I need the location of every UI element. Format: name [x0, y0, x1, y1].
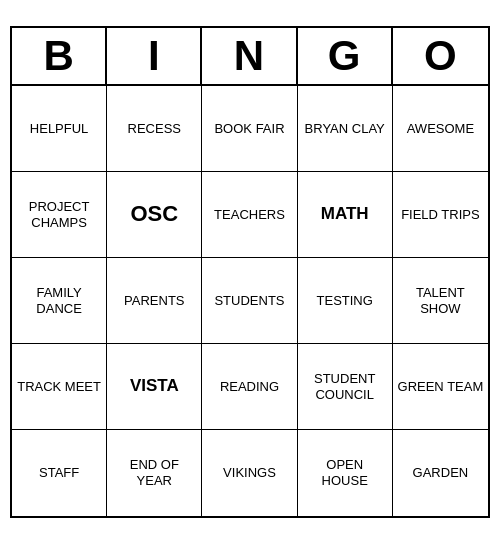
bingo-cell: PROJECT CHAMPS [12, 172, 107, 258]
bingo-cell: STUDENT COUNCIL [298, 344, 393, 430]
bingo-cell: END OF YEAR [107, 430, 202, 516]
bingo-cell: TEACHERS [202, 172, 297, 258]
header-letter: N [202, 28, 297, 84]
bingo-header: BINGO [12, 28, 488, 86]
bingo-cell: GREEN TEAM [393, 344, 488, 430]
bingo-cell: GARDEN [393, 430, 488, 516]
header-letter: I [107, 28, 202, 84]
bingo-cell: VIKINGS [202, 430, 297, 516]
bingo-cell: VISTA [107, 344, 202, 430]
bingo-cell: TRACK MEET [12, 344, 107, 430]
bingo-cell: AWESOME [393, 86, 488, 172]
bingo-cell: RECESS [107, 86, 202, 172]
bingo-cell: READING [202, 344, 297, 430]
bingo-cell: BOOK FAIR [202, 86, 297, 172]
bingo-cell: OPEN HOUSE [298, 430, 393, 516]
bingo-cell: HELPFUL [12, 86, 107, 172]
bingo-cell: TESTING [298, 258, 393, 344]
bingo-cell: STUDENTS [202, 258, 297, 344]
bingo-cell: OSC [107, 172, 202, 258]
bingo-cell: PARENTS [107, 258, 202, 344]
bingo-cell: TALENT SHOW [393, 258, 488, 344]
bingo-cell: FIELD TRIPS [393, 172, 488, 258]
bingo-cell: FAMILY DANCE [12, 258, 107, 344]
header-letter: O [393, 28, 488, 84]
header-letter: G [298, 28, 393, 84]
bingo-card: BINGO HELPFULRECESSBOOK FAIRBRYAN CLAYAW… [10, 26, 490, 518]
bingo-cell: BRYAN CLAY [298, 86, 393, 172]
bingo-grid: HELPFULRECESSBOOK FAIRBRYAN CLAYAWESOMEP… [12, 86, 488, 516]
bingo-cell: MATH [298, 172, 393, 258]
header-letter: B [12, 28, 107, 84]
bingo-cell: STAFF [12, 430, 107, 516]
